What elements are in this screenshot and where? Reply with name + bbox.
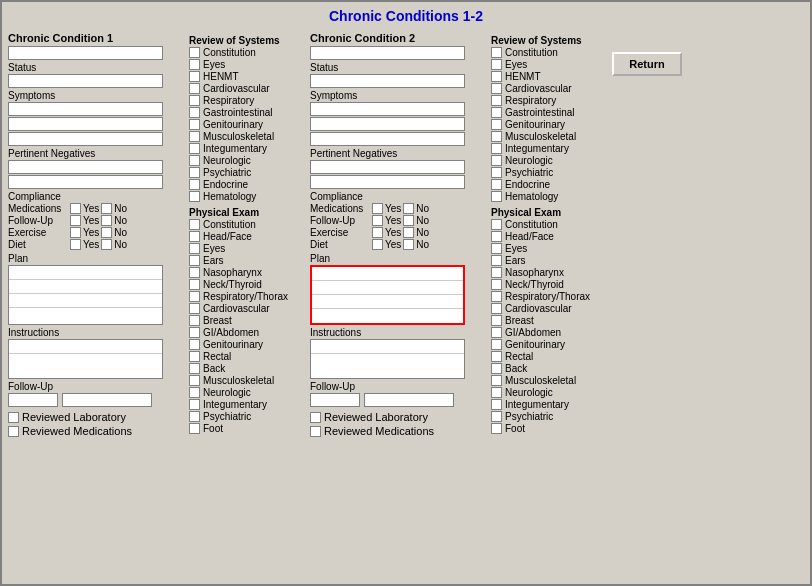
pe1-cb-9[interactable]: [189, 327, 200, 338]
cc2-comp-fu-yes-cb[interactable]: [372, 215, 383, 226]
cc2-main-input[interactable]: [310, 46, 465, 60]
pe1-cb-3[interactable]: [189, 255, 200, 266]
cc1-symptoms-input2[interactable]: [8, 117, 163, 131]
pe2-cb-4[interactable]: [491, 267, 502, 278]
cc2-followup-input2[interactable]: [364, 393, 454, 407]
cc1-plan-box[interactable]: [8, 265, 163, 325]
pe2-cb-0[interactable]: [491, 219, 502, 230]
cc1-reviewed-meds-cb[interactable]: [8, 426, 19, 437]
pe2-cb-12[interactable]: [491, 363, 502, 374]
pe1-cb-8[interactable]: [189, 315, 200, 326]
pe1-cb-4[interactable]: [189, 267, 200, 278]
pe2-cb-11[interactable]: [491, 351, 502, 362]
ros2-cb-12[interactable]: [491, 191, 502, 202]
cc2-comp-med-no-cb[interactable]: [403, 203, 414, 214]
pe2-cb-10[interactable]: [491, 339, 502, 350]
cc2-comp-diet-yes-cb[interactable]: [372, 239, 383, 250]
cc2-status-input[interactable]: [310, 74, 465, 88]
cc2-symptoms-input2[interactable]: [310, 117, 465, 131]
pe1-cb-0[interactable]: [189, 219, 200, 230]
cc2-instructions-box[interactable]: [310, 339, 465, 379]
cc2-reviewed-lab-cb[interactable]: [310, 412, 321, 423]
pe2-cb-5[interactable]: [491, 279, 502, 290]
pe1-cb-12[interactable]: [189, 363, 200, 374]
cc2-symptoms-input3[interactable]: [310, 132, 465, 146]
ros1-cb-0[interactable]: [189, 47, 200, 58]
ros1-cb-6[interactable]: [189, 119, 200, 130]
pe2-cb-16[interactable]: [491, 411, 502, 422]
ros1-cb-2[interactable]: [189, 71, 200, 82]
cc2-plan-line1[interactable]: [312, 267, 463, 281]
ros1-cb-4[interactable]: [189, 95, 200, 106]
ros1-cb-5[interactable]: [189, 107, 200, 118]
cc1-comp-fu-yes-cb[interactable]: [70, 215, 81, 226]
cc1-plan-line4[interactable]: [9, 308, 162, 322]
ros1-cb-7[interactable]: [189, 131, 200, 142]
ros2-cb-8[interactable]: [491, 143, 502, 154]
pe2-cb-8[interactable]: [491, 315, 502, 326]
cc1-plan-line1[interactable]: [9, 266, 162, 280]
pe1-cb-13[interactable]: [189, 375, 200, 386]
cc2-pertinent-input2[interactable]: [310, 175, 465, 189]
cc2-reviewed-meds-cb[interactable]: [310, 426, 321, 437]
ros2-cb-1[interactable]: [491, 59, 502, 70]
cc2-inst-line1[interactable]: [311, 340, 464, 354]
pe2-cb-1[interactable]: [491, 231, 502, 242]
cc2-symptoms-input1[interactable]: [310, 102, 465, 116]
cc2-inst-line2[interactable]: [311, 354, 464, 368]
pe1-cb-5[interactable]: [189, 279, 200, 290]
cc1-comp-med-yes-cb[interactable]: [70, 203, 81, 214]
ros1-cb-3[interactable]: [189, 83, 200, 94]
pe1-cb-2[interactable]: [189, 243, 200, 254]
cc1-pertinent-input2[interactable]: [8, 175, 163, 189]
cc2-comp-med-yes-cb[interactable]: [372, 203, 383, 214]
pe2-cb-7[interactable]: [491, 303, 502, 314]
ros2-cb-3[interactable]: [491, 83, 502, 94]
pe1-cb-6[interactable]: [189, 291, 200, 302]
pe1-cb-11[interactable]: [189, 351, 200, 362]
cc1-inst-line1[interactable]: [9, 340, 162, 354]
cc1-comp-ex-no-cb[interactable]: [101, 227, 112, 238]
pe1-cb-14[interactable]: [189, 387, 200, 398]
cc2-plan-line2[interactable]: [312, 281, 463, 295]
ros2-cb-10[interactable]: [491, 167, 502, 178]
return-button[interactable]: Return: [612, 52, 682, 76]
ros1-cb-9[interactable]: [189, 155, 200, 166]
pe2-cb-3[interactable]: [491, 255, 502, 266]
pe2-cb-2[interactable]: [491, 243, 502, 254]
cc1-symptoms-input3[interactable]: [8, 132, 163, 146]
cc1-plan-line3[interactable]: [9, 294, 162, 308]
cc1-comp-fu-no-cb[interactable]: [101, 215, 112, 226]
ros2-cb-0[interactable]: [491, 47, 502, 58]
ros2-cb-4[interactable]: [491, 95, 502, 106]
ros2-cb-9[interactable]: [491, 155, 502, 166]
pe1-cb-17[interactable]: [189, 423, 200, 434]
cc1-inst-line2[interactable]: [9, 354, 162, 368]
cc2-comp-diet-no-cb[interactable]: [403, 239, 414, 250]
cc2-pertinent-input1[interactable]: [310, 160, 465, 174]
ros1-cb-10[interactable]: [189, 167, 200, 178]
pe2-cb-13[interactable]: [491, 375, 502, 386]
ros2-cb-5[interactable]: [491, 107, 502, 118]
pe1-cb-7[interactable]: [189, 303, 200, 314]
cc1-comp-diet-no-cb[interactable]: [101, 239, 112, 250]
cc2-comp-ex-no-cb[interactable]: [403, 227, 414, 238]
cc1-plan-line2[interactable]: [9, 280, 162, 294]
cc1-reviewed-lab-cb[interactable]: [8, 412, 19, 423]
cc1-status-input[interactable]: [8, 74, 163, 88]
pe1-cb-1[interactable]: [189, 231, 200, 242]
cc1-comp-diet-yes-cb[interactable]: [70, 239, 81, 250]
cc2-comp-fu-no-cb[interactable]: [403, 215, 414, 226]
cc1-followup-input1[interactable]: [8, 393, 58, 407]
ros2-cb-11[interactable]: [491, 179, 502, 190]
pe2-cb-9[interactable]: [491, 327, 502, 338]
ros1-cb-8[interactable]: [189, 143, 200, 154]
pe2-cb-6[interactable]: [491, 291, 502, 302]
pe1-cb-16[interactable]: [189, 411, 200, 422]
cc1-pertinent-input1[interactable]: [8, 160, 163, 174]
ros2-cb-2[interactable]: [491, 71, 502, 82]
cc1-main-input[interactable]: [8, 46, 163, 60]
ros1-cb-11[interactable]: [189, 179, 200, 190]
cc2-followup-input1[interactable]: [310, 393, 360, 407]
pe2-cb-17[interactable]: [491, 423, 502, 434]
